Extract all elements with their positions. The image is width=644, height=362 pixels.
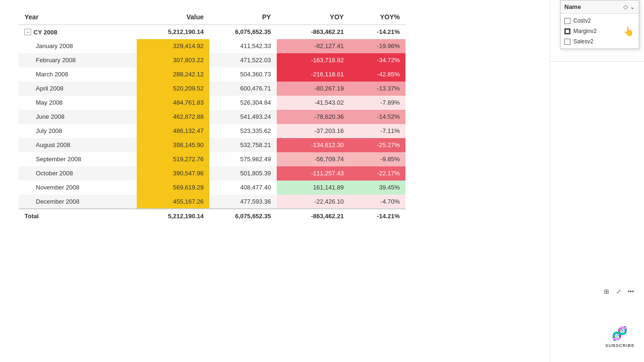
table-row: July 2008 486,132.47 523,335.62 -37,203.…: [19, 124, 405, 138]
month-py: 523,335.62: [209, 124, 277, 138]
more-icon[interactable]: •••: [626, 287, 636, 296]
table-row: December 2008 455,167.26 477,593.36 -22,…: [19, 195, 405, 209]
total-value: 5,212,190.14: [137, 209, 209, 223]
table-container: Year Value PY YOY YOY% − CY 2008 5,212,1…: [0, 0, 462, 362]
filter-item-label: Costv2: [573, 17, 591, 24]
col-header-py: PY: [209, 9, 277, 25]
col-header-value: Value: [137, 9, 209, 25]
month-value: 288,242.12: [137, 67, 209, 82]
cy2008-yoypct: -14.21%: [349, 25, 405, 39]
table-row: June 2008 462,872.88 541,493.24 -78,620.…: [19, 110, 405, 124]
month-yoy: -111,257.43: [277, 166, 349, 181]
cy2008-py: 6,075,652.35: [209, 25, 277, 39]
month-yoypct: -14.52%: [349, 110, 405, 124]
month-py: 411,542.33: [209, 39, 277, 53]
month-value: 569,619.29: [137, 181, 209, 195]
month-yoypct: -42.85%: [349, 67, 405, 82]
table-row: March 2008 288,242.12 504,360.73 -216,11…: [19, 67, 405, 82]
month-yoypct: 39.45%: [349, 181, 405, 195]
month-yoy: -163,718.82: [277, 53, 349, 67]
month-yoypct: -7.11%: [349, 124, 405, 138]
data-table: Year Value PY YOY YOY% − CY 2008 5,212,1…: [19, 9, 405, 223]
table-row-cy2008: − CY 2008 5,212,190.14 6,075,652.35 -863…: [19, 25, 405, 39]
col-header-yoy: YOY: [277, 9, 349, 25]
expand-icon[interactable]: ⤢: [614, 287, 623, 296]
filter-popup-actions: ◇ ⌄: [623, 3, 635, 10]
month-value: 484,761.83: [137, 96, 209, 110]
month-yoypct: -4.70%: [349, 195, 405, 209]
month-py: 575,982.49: [209, 152, 277, 166]
table-row: January 2008 329,414.92 411,542.33 -82,1…: [19, 39, 405, 53]
filter-popup: Name ◇ ⌄ Costv2 Marginv2 Salesv2: [560, 0, 639, 49]
month-yoypct: -13.37%: [349, 82, 405, 96]
month-py: 408,477.40: [209, 181, 277, 195]
month-label: April 2008: [19, 82, 137, 96]
filter-checkbox[interactable]: [564, 39, 570, 45]
month-value: 329,414.92: [137, 39, 209, 53]
filter-icon[interactable]: ⊞: [602, 287, 611, 296]
table-row: February 2008 307,803.22 471,522.03 -163…: [19, 53, 405, 67]
month-yoy: 161,141.89: [277, 181, 349, 195]
table-row: May 2008 484,761.83 526,304.84 -41,543.0…: [19, 96, 405, 110]
month-value: 519,272.76: [137, 152, 209, 166]
month-yoy: -22,426.10: [277, 195, 349, 209]
month-value: 520,209.52: [137, 82, 209, 96]
filter-item[interactable]: Salesv2: [561, 36, 639, 47]
month-yoy: -78,620.36: [277, 110, 349, 124]
clear-filter-icon[interactable]: ◇: [623, 3, 628, 10]
month-py: 471,522.03: [209, 53, 277, 67]
total-py: 6,075,652.35: [209, 209, 277, 223]
month-label: July 2008: [19, 124, 137, 138]
month-py: 541,493.24: [209, 110, 277, 124]
total-label: Total: [19, 209, 137, 223]
month-yoy: -134,612.30: [277, 138, 349, 152]
filter-checkbox[interactable]: [564, 28, 570, 34]
filter-item-label: Salesv2: [573, 38, 594, 45]
month-yoy: -37,203.16: [277, 124, 349, 138]
month-yoypct: -25.27%: [349, 138, 405, 152]
month-yoy: -82,127.41: [277, 39, 349, 53]
month-value: 486,132.47: [137, 124, 209, 138]
month-py: 600,476.71: [209, 82, 277, 96]
cy2008-value: 5,212,190.14: [137, 25, 209, 39]
right-panel: Name ◇ ⌄ Costv2 Marginv2 Salesv2 ⊞ ⤢ •••…: [550, 0, 644, 362]
month-value: 455,167.26: [137, 195, 209, 209]
month-yoy: -216,118.61: [277, 67, 349, 82]
month-yoy: -80,267.19: [277, 82, 349, 96]
month-py: 526,304.84: [209, 96, 277, 110]
table-row: October 2008 390,547.96 501,805.39 -111,…: [19, 166, 405, 181]
month-value: 390,547.96: [137, 166, 209, 181]
month-yoy: -56,709.74: [277, 152, 349, 166]
month-py: 504,360.73: [209, 67, 277, 82]
sort-icon[interactable]: ⌄: [630, 3, 635, 10]
month-value: 307,803.22: [137, 53, 209, 67]
col-header-yoypct: YOY%: [349, 9, 405, 25]
filter-popup-title: Name: [564, 3, 581, 10]
month-label: January 2008: [19, 39, 137, 53]
month-yoypct: -22.17%: [349, 166, 405, 181]
month-py: 501,805.39: [209, 166, 277, 181]
table-row: April 2008 520,209.52 600,476.71 -80,267…: [19, 82, 405, 96]
month-label: September 2008: [19, 152, 137, 166]
separator: [550, 61, 644, 62]
month-label: May 2008: [19, 96, 137, 110]
month-yoypct: -9.85%: [349, 152, 405, 166]
filter-item-label: Marginv2: [573, 28, 596, 34]
cursor-hand-icon: 👆: [623, 26, 634, 37]
table-row: August 2008 398,145.90 532,758.21 -134,6…: [19, 138, 405, 152]
filter-popup-header: Name ◇ ⌄: [561, 0, 639, 14]
subscribe-area: 🧬 SUBSCRIBE: [605, 326, 635, 348]
total-yoy: -863,462.21: [277, 209, 349, 223]
filter-checkbox[interactable]: [564, 18, 570, 24]
col-header-year: Year: [19, 9, 137, 25]
cy2008-text: CY 2008: [33, 29, 57, 36]
month-label: October 2008: [19, 166, 137, 181]
month-label: June 2008: [19, 110, 137, 124]
month-yoypct: -19.96%: [349, 39, 405, 53]
filter-item[interactable]: Costv2: [561, 16, 639, 26]
collapse-icon[interactable]: −: [25, 29, 31, 35]
month-yoypct: -34.72%: [349, 53, 405, 67]
toolbar-icons: ⊞ ⤢ •••: [602, 287, 636, 296]
month-label: August 2008: [19, 138, 137, 152]
month-label: December 2008: [19, 195, 137, 209]
